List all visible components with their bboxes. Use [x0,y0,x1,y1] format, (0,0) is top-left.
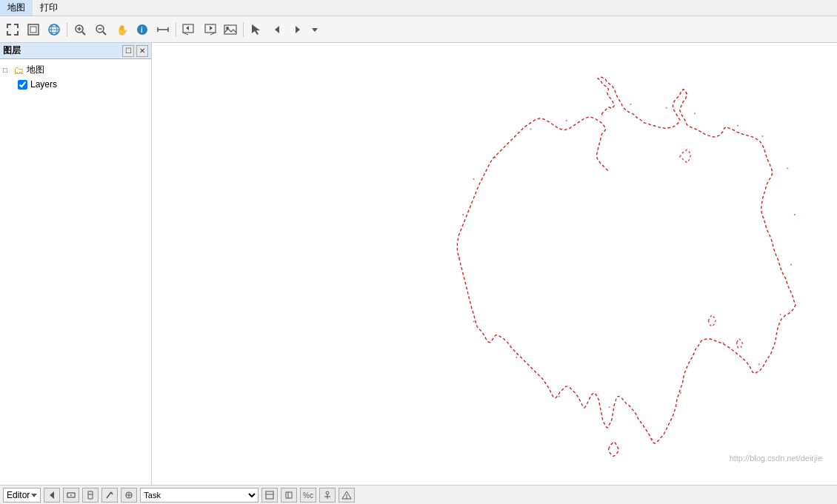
measure-button[interactable] [153,20,173,39]
separator-2 [176,22,176,37]
editor-dropdown-arrow-icon [31,492,37,498]
svg-line-20 [103,32,106,35]
bottom-bar: Editor [0,485,837,504]
svg-rect-9 [30,27,36,33]
panel-header: 图层 ☐ ✕ [0,43,151,59]
group-expand-icon[interactable]: □ [3,66,10,74]
svg-rect-47 [794,214,796,215]
svg-marker-64 [31,494,37,497]
zoom-in-button[interactable] [70,20,90,39]
task-dropdown[interactable]: Task [140,488,259,503]
identify-button[interactable]: i [133,20,152,39]
bottom-tool2-icon [86,491,95,500]
svg-marker-38 [296,26,300,33]
svg-text:✋: ✋ [116,24,128,36]
svg-rect-40 [601,114,603,115]
svg-rect-62 [530,129,532,130]
svg-rect-1 [7,24,8,28]
svg-point-80 [326,491,329,494]
svg-rect-43 [694,112,696,114]
svg-rect-50 [758,363,760,365]
bottom-tool3-btn[interactable] [101,488,118,503]
bottom-icon1-btn[interactable] [261,488,278,503]
svg-rect-3 [17,24,19,28]
layer-label: Layers [30,79,57,90]
panel-close-button[interactable]: ✕ [136,45,148,57]
svg-rect-49 [780,314,781,315]
svg-point-85 [347,497,348,499]
svg-rect-51 [723,342,724,343]
bottom-tool4-btn[interactable] [121,488,137,503]
bottom-tool2-btn[interactable] [82,488,99,503]
group-folder-icon: 🗂 [13,64,24,76]
toolbar: ✋ i [0,16,837,43]
svg-rect-44 [737,125,738,127]
select-button[interactable] [247,20,266,39]
svg-rect-77 [286,492,292,498]
svg-rect-48 [790,264,792,266]
menu-print[interactable]: 打印 [33,0,65,16]
svg-marker-36 [252,24,260,35]
bottom-percent-btn[interactable]: %c [300,488,316,503]
editor-dropdown[interactable]: Editor [3,488,41,503]
bottom-tool1-btn[interactable] [63,488,79,503]
svg-rect-56 [516,357,517,358]
svg-rect-46 [787,168,788,169]
map-canvas [152,43,837,485]
pan-button[interactable]: ✋ [112,20,131,39]
bottom-anchor1-btn[interactable] [319,488,336,503]
zoom-out-button[interactable] [91,20,110,39]
bottom-anchor1-icon [322,491,333,500]
image-button[interactable] [221,20,240,39]
layer-checkbox[interactable] [18,80,27,90]
panel-content: □ 🗂 地图 Layers [0,59,151,485]
globe-button[interactable] [44,20,64,39]
svg-rect-52 [680,392,681,394]
panel-pin-button[interactable]: ☐ [122,45,134,57]
editor-label: Editor [7,490,30,500]
svg-rect-59 [462,214,464,215]
svg-rect-58 [458,257,460,258]
svg-marker-30 [186,26,189,30]
svg-rect-34 [224,25,236,34]
bottom-back-btn[interactable] [44,488,60,503]
prev-button[interactable] [267,20,287,39]
bottom-tool3-icon [105,491,114,500]
svg-rect-42 [666,107,667,109]
svg-rect-7 [17,31,19,36]
menu-map[interactable]: 地图 [0,0,33,16]
bottom-icon2-btn[interactable] [281,488,297,503]
svg-line-70 [107,492,111,498]
back-view-button[interactable] [179,20,199,39]
svg-rect-54 [609,406,610,408]
svg-line-16 [82,32,85,35]
separator-3 [243,22,244,37]
svg-rect-45 [762,135,764,137]
map-area[interactable]: http://blog.csdn.net/deirjie [152,43,837,485]
bottom-anchor2-btn[interactable] [339,488,355,503]
bottom-percent-icon: %c [303,491,313,500]
fixed-zoom-button[interactable] [24,20,43,39]
svg-line-71 [111,492,113,494]
next-button[interactable] [288,20,307,39]
bottom-back-icon [47,491,56,500]
bottom-anchor2-icon [341,491,352,500]
svg-rect-61 [495,157,496,158]
svg-marker-39 [312,28,318,32]
svg-rect-8 [28,24,39,35]
svg-rect-60 [473,178,475,180]
separator-1 [67,22,67,37]
full-extent-button[interactable] [3,20,22,39]
layer-item: Layers [3,78,148,91]
svg-rect-55 [558,396,560,397]
svg-marker-68 [88,491,93,499]
panel-title: 图层 [3,44,21,57]
toolbar-more-dropdown[interactable] [309,20,321,39]
forward-view-button[interactable] [200,20,219,39]
bottom-tool1-icon [67,491,76,500]
panel-controls: ☐ ✕ [122,45,148,57]
content-area: 图层 ☐ ✕ □ 🗂 地图 Layers [0,43,837,485]
bottom-icon2-icon [284,491,293,500]
svg-marker-67 [70,494,73,496]
left-panel: 图层 ☐ ✕ □ 🗂 地图 Layers [0,43,152,485]
